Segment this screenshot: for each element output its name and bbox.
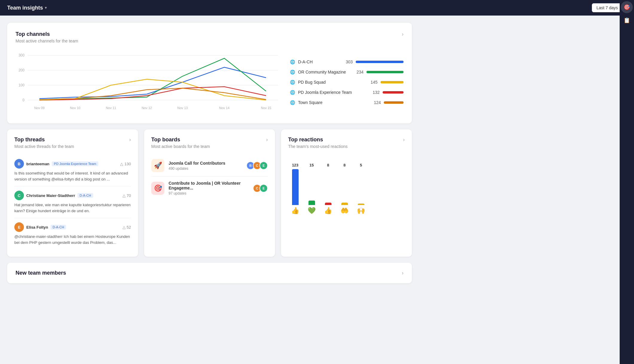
globe-icon-2: 🌐 bbox=[290, 70, 295, 74]
thread-header-1: B brianteeman PD Joomla Experience Team … bbox=[14, 159, 131, 169]
board-item-2: 🎯 Contribute to Joomla | OR Volunteer En… bbox=[151, 177, 268, 200]
clipboard-sidebar-icon[interactable]: 📋 bbox=[621, 14, 633, 26]
thread-text-2: Hat jemand Idee, wie man eine kaputte ka… bbox=[14, 202, 131, 214]
avatar-brianteeman: B bbox=[14, 159, 24, 169]
top-threads-chevron-icon[interactable]: › bbox=[129, 137, 131, 143]
title-chevron-icon: ▾ bbox=[45, 6, 47, 10]
legend-name-2: OR Community Magazine bbox=[298, 70, 350, 74]
reaction-count-4: 8 bbox=[343, 163, 346, 167]
sidebar-icons: 🎯 📋 bbox=[620, 0, 634, 364]
avatar-christiane: C bbox=[14, 191, 24, 200]
globe-icon-3: 🌐 bbox=[290, 80, 295, 85]
legend-bar-1 bbox=[356, 61, 404, 63]
new-team-members-card: New team members › bbox=[7, 263, 412, 283]
reaction-bar-wrap-3 bbox=[325, 169, 331, 205]
reaction-bar-wrap-1 bbox=[292, 169, 299, 205]
top-boards-card: Top boards Most active boards for the te… bbox=[144, 129, 275, 257]
top-threads-title: Top threads bbox=[14, 137, 74, 143]
top-channels-card: Top channels Most active channels for th… bbox=[7, 23, 412, 123]
thread-upvote-3: △ 52 bbox=[123, 225, 131, 230]
reaction-count-5: 5 bbox=[360, 163, 362, 167]
channels-chart-area: 300 200 100 0 Nov 09 Nov 10 Nov 11 Nov 1… bbox=[16, 49, 278, 115]
reaction-bar-3 bbox=[325, 203, 331, 205]
board-updates-2: 97 updates bbox=[169, 191, 249, 195]
top-boards-titles: Top boards Most active boards for the te… bbox=[151, 137, 210, 149]
globe-icon-1: 🌐 bbox=[290, 59, 295, 64]
reaction-bar-5 bbox=[358, 204, 364, 205]
reaction-bar-2 bbox=[308, 201, 315, 205]
legend-name-1: D-A-CH bbox=[298, 59, 339, 64]
reaction-col-2: 15 💚 bbox=[308, 163, 316, 215]
top-reactions-subtitle: The team's most-used reactions bbox=[288, 144, 348, 149]
thread-text-3: @christiane-maier-stadtherr Ich hab bei … bbox=[14, 234, 131, 245]
upvote-count-3: 52 bbox=[127, 225, 131, 230]
globe-icon-5: 🌐 bbox=[290, 100, 295, 105]
thread-author-1: brianteeman bbox=[26, 162, 49, 166]
top-channels-subtitle: Most active channels for the team bbox=[16, 39, 78, 43]
reaction-emoji-1: 👍 bbox=[291, 207, 299, 215]
board-name-2: Contribute to Joomla | OR Volunteer Enga… bbox=[169, 181, 249, 190]
legend-bar-4 bbox=[383, 91, 404, 94]
reaction-emoji-5: 🙌 bbox=[357, 207, 365, 215]
svg-text:0: 0 bbox=[22, 98, 25, 102]
top-boards-header: Top boards Most active boards for the te… bbox=[151, 137, 268, 149]
thread-tag-1: PD Joomla Experience Team bbox=[52, 161, 98, 166]
top-channels-titles: Top channels Most active channels for th… bbox=[16, 31, 78, 43]
top-boards-chevron-icon[interactable]: › bbox=[266, 137, 268, 143]
thread-tag-2: D-A-CH bbox=[77, 193, 93, 198]
legend-item-townsquare: 🌐 Town Square 124 bbox=[290, 100, 404, 105]
reaction-col-1: 123 👍 bbox=[291, 163, 299, 215]
thread-header-2: C Christiane Maier-Stadtherr D-A-CH △ 70 bbox=[14, 191, 131, 200]
reaction-bar-wrap-2 bbox=[308, 169, 315, 205]
svg-text:Nov 13: Nov 13 bbox=[177, 106, 188, 110]
new-team-members-header: New team members › bbox=[16, 270, 404, 276]
thread-author-2: Christiane Maier-Stadtherr bbox=[26, 193, 75, 198]
main-content: Top channels Most active channels for th… bbox=[0, 16, 433, 290]
svg-text:Nov 10: Nov 10 bbox=[70, 106, 80, 110]
page-title[interactable]: Team insights ▾ bbox=[7, 5, 47, 11]
top-boards-title: Top boards bbox=[151, 137, 210, 143]
legend-bar-2 bbox=[366, 71, 404, 73]
board-info-1: Joomla Call for Contributors 490 updates bbox=[169, 161, 242, 171]
reaction-bar-wrap-5 bbox=[358, 169, 364, 205]
top-reactions-header: Top reactions The team's most-used react… bbox=[288, 137, 405, 149]
legend-count-4: 132 bbox=[369, 90, 380, 95]
reaction-col-5: 5 🙌 bbox=[357, 163, 365, 215]
board-avatars-2: C E bbox=[253, 184, 268, 192]
reaction-emoji-2: 💚 bbox=[308, 207, 316, 215]
thread-text-1: Is this ssomething that would be of inte… bbox=[14, 170, 131, 182]
reaction-count-1: 123 bbox=[292, 163, 299, 167]
board-icon-2: 🎯 bbox=[151, 182, 164, 195]
top-boards-subtitle: Most active boards for the team bbox=[151, 144, 210, 149]
header: Team insights ▾ Last 7 days ▾ bbox=[0, 0, 634, 16]
top-channels-header: Top channels Most active channels for th… bbox=[16, 31, 404, 43]
board-info-2: Contribute to Joomla | OR Volunteer Enga… bbox=[169, 181, 249, 195]
board-avatar-2b: E bbox=[259, 184, 268, 192]
svg-text:300: 300 bbox=[19, 53, 25, 57]
top-reactions-chevron-icon[interactable]: › bbox=[403, 137, 405, 143]
top-channels-title: Top channels bbox=[16, 31, 78, 37]
reaction-bar-4 bbox=[341, 203, 348, 205]
thread-upvote-2: △ 70 bbox=[123, 193, 131, 198]
board-avatar-1c: E bbox=[259, 161, 268, 170]
globe-icon-4: 🌐 bbox=[290, 90, 295, 95]
new-team-members-chevron-icon[interactable]: › bbox=[402, 270, 404, 276]
header-title-text: Team insights bbox=[7, 5, 43, 11]
svg-text:100: 100 bbox=[19, 83, 25, 87]
reaction-emoji-4: 🤲 bbox=[340, 207, 349, 215]
thread-item-3: E Elisa Foltyn D-A-CH △ 52 @christiane-m… bbox=[14, 218, 131, 250]
new-team-members-title: New team members bbox=[16, 270, 66, 276]
date-filter-label: Last 7 days bbox=[596, 5, 618, 10]
channel-legend: 🌐 D-A-CH 303 🌐 OR Community Magazine 234… bbox=[290, 49, 404, 115]
board-icon-1: 🚀 bbox=[151, 159, 164, 172]
svg-text:Nov 12: Nov 12 bbox=[142, 106, 152, 110]
legend-item-pdbug: 🌐 PD Bug Squad 145 bbox=[290, 80, 404, 85]
board-avatars-1: B C E bbox=[246, 161, 268, 170]
target-sidebar-icon[interactable]: 🎯 bbox=[621, 1, 633, 13]
upvote-count-2: 70 bbox=[127, 193, 131, 198]
thread-author-3: Elisa Foltyn bbox=[26, 225, 48, 230]
reaction-emoji-3: 👍 bbox=[324, 207, 332, 215]
top-reactions-card: Top reactions The team's most-used react… bbox=[281, 129, 412, 257]
top-channels-chevron-icon[interactable]: › bbox=[402, 31, 404, 37]
top-threads-header: Top threads Most active threads for the … bbox=[14, 137, 131, 149]
